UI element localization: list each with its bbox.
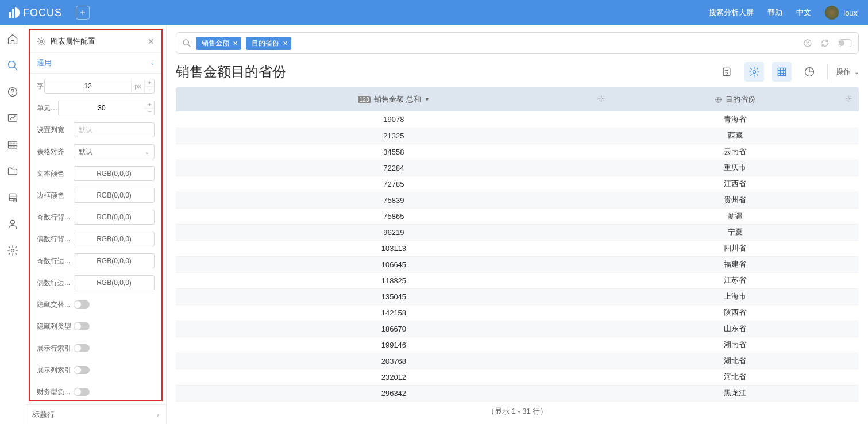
query-chip[interactable]: 目的省份✕: [246, 37, 291, 50]
table-row[interactable]: 21325西藏: [176, 128, 859, 144]
cell-province: 上海市: [612, 288, 859, 304]
cell-amount: 199146: [176, 337, 612, 353]
svg-point-9: [40, 40, 43, 43]
column-header-amount[interactable]: 123 销售金额 总和 ▼: [176, 87, 612, 111]
svg-rect-21: [781, 74, 783, 75]
settings-icon[interactable]: [7, 245, 18, 256]
cell-province: 新疆: [612, 208, 859, 224]
cell-province: 河北省: [612, 369, 859, 385]
svg-point-7: [10, 220, 14, 224]
chart-view-button[interactable]: [800, 62, 819, 82]
svg-rect-19: [784, 71, 785, 73]
hide-alt-toggle[interactable]: [74, 300, 90, 309]
odd-border-button[interactable]: RGB(0,0,0): [74, 253, 155, 268]
step-down-icon[interactable]: −: [145, 87, 154, 94]
home-icon[interactable]: [7, 33, 18, 45]
search-icon: [182, 38, 191, 48]
cell-amount: 106645: [176, 256, 612, 272]
table-icon[interactable]: [7, 139, 18, 151]
show-col-idx-toggle[interactable]: [74, 366, 90, 374]
table-row[interactable]: 75839贵州省: [176, 192, 859, 208]
table-row[interactable]: 118825江苏省: [176, 272, 859, 288]
table-row[interactable]: 103113四川省: [176, 240, 859, 256]
user-icon[interactable]: [7, 218, 18, 230]
database-icon[interactable]: [7, 192, 18, 203]
chevron-right-icon: ›: [157, 410, 159, 419]
column-gear-icon[interactable]: [598, 95, 605, 104]
hide-col-type-toggle[interactable]: [74, 322, 90, 330]
header-link-help[interactable]: 帮助: [767, 7, 782, 18]
section-title-row[interactable]: 标题行 ›: [25, 404, 166, 424]
finance-neg-toggle[interactable]: [74, 388, 90, 396]
table-row[interactable]: 34558云南省: [176, 144, 859, 160]
refresh-icon[interactable]: [820, 38, 830, 48]
chip-remove-icon[interactable]: ✕: [233, 40, 238, 47]
table-row[interactable]: 203768湖北省: [176, 353, 859, 369]
cell-province: 江苏省: [612, 272, 859, 288]
text-color-button[interactable]: RGB(0,0,0): [74, 166, 155, 181]
col-width-input[interactable]: [74, 122, 155, 137]
content-area: 销售金额✕ 目的省份✕ 销售金额目的省份 操作⌄: [167, 25, 868, 424]
odd-bg-button[interactable]: RGB(0,0,0): [74, 210, 155, 225]
user-menu[interactable]: louxl: [825, 6, 859, 20]
config-panel: 图表属性配置 ✕ 通用 ⌄ 字体大小px+− 单元格行高+− 设置列宽 表格对齐…: [25, 25, 167, 424]
nav-sidebar: [0, 25, 25, 424]
step-up-icon[interactable]: +: [145, 79, 154, 87]
svg-rect-4: [8, 141, 17, 148]
column-gear-icon[interactable]: [845, 95, 852, 104]
table-align-select[interactable]: 默认⌄: [74, 144, 155, 159]
section-general[interactable]: 通用 ⌄: [30, 53, 161, 74]
clear-icon[interactable]: [803, 38, 812, 48]
even-border-button[interactable]: RGB(0,0,0): [74, 275, 155, 290]
svg-rect-16: [784, 68, 785, 70]
new-button[interactable]: [76, 6, 90, 20]
svg-point-26: [848, 98, 850, 99]
table-row[interactable]: 142158陕西省: [176, 304, 859, 321]
step-up-icon[interactable]: +: [145, 101, 154, 109]
pagination-info: （显示 1 - 31 行）: [176, 402, 859, 420]
row-height-input[interactable]: +−: [58, 101, 155, 115]
export-button[interactable]: [717, 62, 736, 82]
chip-remove-icon[interactable]: ✕: [283, 40, 288, 47]
auto-toggle[interactable]: [838, 39, 852, 47]
header-link-lang[interactable]: 中文: [796, 7, 811, 18]
table-row[interactable]: 199146湖南省: [176, 337, 859, 353]
logo-icon: [9, 7, 20, 18]
table-row[interactable]: 72284重庆市: [176, 160, 859, 176]
close-icon[interactable]: ✕: [148, 37, 155, 46]
table-row[interactable]: 19078青海省: [176, 111, 859, 128]
header-link-dashboard[interactable]: 搜索分析大屏: [709, 7, 754, 18]
svg-point-24: [600, 98, 602, 99]
cell-amount: 34558: [176, 144, 612, 160]
table-view-button[interactable]: [772, 62, 792, 82]
gear-icon: [37, 37, 46, 46]
table-row[interactable]: 232012河北省: [176, 369, 859, 385]
chart-icon[interactable]: [7, 113, 18, 124]
show-row-idx-toggle[interactable]: [74, 344, 90, 352]
username: louxl: [843, 9, 859, 17]
table-row[interactable]: 296342黑龙江: [176, 385, 859, 401]
border-color-button[interactable]: RGB(0,0,0): [74, 188, 155, 203]
chevron-down-icon: ⌄: [150, 60, 155, 66]
search-icon[interactable]: [7, 60, 18, 71]
even-bg-button[interactable]: RGB(0,0,0): [74, 232, 155, 246]
table-row[interactable]: 72785江西省: [176, 176, 859, 192]
column-header-province[interactable]: 目的省份: [612, 87, 859, 111]
table-row[interactable]: 106645福建省: [176, 256, 859, 272]
cell-amount: 142158: [176, 304, 612, 321]
operate-menu[interactable]: 操作⌄: [836, 67, 859, 77]
font-size-input[interactable]: px+−: [44, 79, 155, 94]
table-row[interactable]: 135045上海市: [176, 288, 859, 304]
help-icon[interactable]: [7, 86, 18, 98]
cell-province: 宁夏: [612, 224, 859, 240]
step-down-icon[interactable]: −: [145, 109, 154, 115]
config-button[interactable]: [744, 62, 764, 82]
svg-point-13: [753, 71, 756, 74]
table-row[interactable]: 96219宁夏: [176, 224, 859, 240]
table-row[interactable]: 186670山东省: [176, 321, 859, 337]
folder-icon[interactable]: [7, 165, 18, 177]
svg-rect-15: [781, 68, 783, 70]
query-bar[interactable]: 销售金额✕ 目的省份✕: [176, 32, 859, 54]
table-row[interactable]: 75865新疆: [176, 208, 859, 224]
query-chip[interactable]: 销售金额✕: [196, 37, 241, 50]
